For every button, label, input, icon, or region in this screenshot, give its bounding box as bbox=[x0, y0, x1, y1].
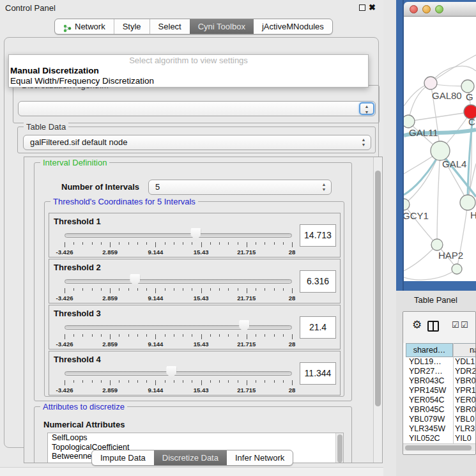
scrollbar-thumb[interactable] bbox=[405, 445, 472, 450]
scrollbar-thumb[interactable] bbox=[337, 434, 342, 463]
tab-select[interactable]: Select bbox=[150, 19, 190, 34]
cell-shared-name[interactable]: YBR045C bbox=[409, 405, 445, 415]
slider-thumb[interactable] bbox=[190, 228, 201, 241]
algorithm-combo[interactable]: ▲▼ bbox=[18, 101, 376, 116]
tab-style[interactable]: Style bbox=[114, 19, 150, 34]
float-icon[interactable] bbox=[359, 4, 365, 11]
network-node[interactable] bbox=[431, 239, 443, 250]
slider-thumb[interactable] bbox=[130, 274, 140, 287]
cell-name[interactable]: YLR3 bbox=[455, 424, 475, 434]
table-data-combo[interactable]: galFiltered.sif default node ▲▼ bbox=[23, 135, 371, 150]
close-icon[interactable]: ✖ bbox=[369, 3, 376, 12]
network-node[interactable] bbox=[460, 195, 475, 210]
node-table: ⚙ ☑ ☑ shared… na YDL19…YDL1YDR27…YDR2YBR… bbox=[403, 311, 476, 455]
columns-icon[interactable] bbox=[427, 321, 439, 332]
tab-jactivemnodules[interactable]: jActiveMNodules bbox=[254, 19, 332, 34]
table-row[interactable]: YDL19…YDL1 bbox=[403, 357, 476, 367]
slider-track[interactable] bbox=[65, 371, 292, 376]
slider-track[interactable] bbox=[65, 325, 292, 330]
cell-name[interactable]: YBR0 bbox=[455, 405, 476, 415]
network-window-titlebar[interactable] bbox=[404, 2, 476, 17]
horizontal-scrollbar[interactable] bbox=[403, 443, 476, 451]
tab-impute-data[interactable]: Impute Data bbox=[92, 450, 154, 465]
column-header-shared[interactable]: shared… bbox=[406, 343, 453, 357]
cell-name[interactable]: YBR0 bbox=[455, 376, 476, 386]
cell-shared-name[interactable]: YER054C bbox=[409, 395, 445, 405]
cell-name[interactable]: YPR1 bbox=[455, 386, 476, 395]
cell-shared-name[interactable]: YDL19… bbox=[409, 357, 441, 367]
combo-value: galFiltered.sif default node bbox=[30, 135, 127, 150]
zoom-light-icon[interactable] bbox=[435, 5, 443, 13]
threshold-panel: Threshold 4-3.4262.8599.14415.4321.71528… bbox=[49, 351, 341, 395]
combo-stepper-icon: ▲▼ bbox=[360, 137, 367, 148]
network-canvas[interactable]: GAL80GCGAL11GAL4GCY1HHAP2 bbox=[404, 17, 476, 281]
slider-thumb[interactable] bbox=[166, 366, 176, 379]
minimize-light-icon[interactable] bbox=[422, 5, 431, 13]
column-header-name[interactable]: na bbox=[453, 343, 476, 357]
network-node[interactable] bbox=[431, 141, 450, 160]
slider-track[interactable] bbox=[65, 279, 292, 284]
table-rows: YDL19…YDL1YDR27…YDR2YBR043CYBR0YPR145WYP… bbox=[403, 357, 476, 443]
cell-shared-name[interactable]: YDR27… bbox=[409, 367, 443, 376]
slider-ticks bbox=[65, 242, 292, 248]
discretization-algorithm-group: Discretization Algorithm ▲▼ bbox=[13, 85, 380, 123]
vertical-scrollbar[interactable] bbox=[373, 157, 382, 463]
number-of-intervals-label: Number of Intervals bbox=[61, 182, 139, 192]
network-node[interactable] bbox=[452, 264, 462, 274]
slider-thumb[interactable] bbox=[239, 320, 249, 333]
slider-tick-labels: -3.4262.8599.14415.4321.71528 bbox=[65, 249, 292, 256]
popup-item[interactable]: Equal Width/Frequency Discretization bbox=[9, 76, 368, 86]
cell-name[interactable]: YER0 bbox=[455, 395, 476, 405]
cell-name[interactable]: YDL1 bbox=[455, 357, 475, 367]
table-row[interactable]: YIL052CYIL0 bbox=[403, 434, 476, 443]
threshold-value-box[interactable]: 6.316 bbox=[300, 270, 336, 293]
group-title: Attributes to discretize bbox=[40, 402, 127, 411]
table-row[interactable]: YBR045CYBR0 bbox=[403, 405, 476, 415]
table-row[interactable]: YBR043CYBR0 bbox=[403, 376, 476, 386]
table-data-group: Table Data galFiltered.sif default node … bbox=[17, 127, 376, 153]
tab-cyni-toolbox[interactable]: Cyni Toolbox bbox=[190, 19, 254, 34]
table-row[interactable]: YLR345WYLR3 bbox=[403, 424, 476, 434]
network-node[interactable] bbox=[404, 115, 415, 128]
cell-name[interactable]: YIL0 bbox=[455, 434, 472, 443]
table-row[interactable]: YER054CYER0 bbox=[403, 395, 476, 405]
cell-shared-name[interactable]: YIL052C bbox=[409, 434, 440, 443]
popup-item[interactable]: Manual Discretization bbox=[9, 66, 368, 76]
table-row[interactable]: YPR145WYPR1 bbox=[403, 386, 476, 395]
tab-discretize-data[interactable]: Discretize Data bbox=[154, 450, 227, 465]
table-row[interactable]: YBL079WYBL0 bbox=[403, 415, 476, 424]
cell-shared-name[interactable]: YBL079W bbox=[409, 415, 445, 424]
tab-network[interactable]: Network bbox=[55, 19, 114, 34]
threshold-value-box[interactable]: 11.344 bbox=[300, 362, 336, 385]
tab-infer-network[interactable]: Infer Network bbox=[227, 450, 293, 465]
close-light-icon[interactable] bbox=[410, 5, 418, 13]
number-of-intervals-combo[interactable]: 5 ▲▼ bbox=[148, 180, 332, 195]
node-label: C bbox=[468, 116, 475, 127]
cell-shared-name[interactable]: YLR345W bbox=[409, 424, 445, 434]
list-scrollbar[interactable] bbox=[335, 433, 343, 463]
control-panel-window: Control Panel ✖ NetworkStyleSelectCyni T… bbox=[0, 0, 383, 476]
cell-shared-name[interactable]: YBR043C bbox=[409, 376, 445, 386]
slider-track[interactable] bbox=[65, 233, 292, 238]
table-row[interactable]: YDR27…YDR2 bbox=[403, 367, 476, 376]
network-node[interactable] bbox=[461, 80, 474, 93]
gear-icon[interactable]: ⚙ bbox=[412, 318, 422, 332]
scrollbar-thumb[interactable] bbox=[375, 171, 381, 406]
slider-tick-labels: -3.4262.8599.14415.4321.71528 bbox=[65, 387, 292, 394]
cell-shared-name[interactable]: YPR145W bbox=[409, 386, 446, 395]
popup-hint: Select algorithm to view settings bbox=[9, 55, 368, 66]
attribute-list-item[interactable]: SelfLoops bbox=[48, 433, 343, 443]
checkbox-icon[interactable]: ☑ bbox=[452, 320, 459, 330]
network-graph[interactable]: GAL80GCGAL11GAL4GCY1HHAP2 bbox=[404, 17, 476, 281]
thresholds-group: Threshold's Coordinates for 5 Intervals … bbox=[44, 201, 344, 397]
group-title: Table Data bbox=[24, 122, 68, 132]
network-node[interactable] bbox=[424, 77, 437, 89]
cell-name[interactable]: YBL0 bbox=[455, 415, 475, 424]
threshold-value-box[interactable]: 21.4 bbox=[300, 316, 336, 339]
checkbox-icon[interactable]: ☑ bbox=[461, 320, 468, 330]
cell-name[interactable]: YDR2 bbox=[455, 367, 476, 376]
threshold-value-box[interactable]: 14.713 bbox=[300, 224, 336, 247]
tab-label: Select bbox=[158, 19, 181, 34]
slider-tick-labels: -3.4262.8599.14415.4321.71528 bbox=[65, 341, 292, 348]
combo-stepper-icon[interactable]: ▲▼ bbox=[359, 102, 374, 115]
